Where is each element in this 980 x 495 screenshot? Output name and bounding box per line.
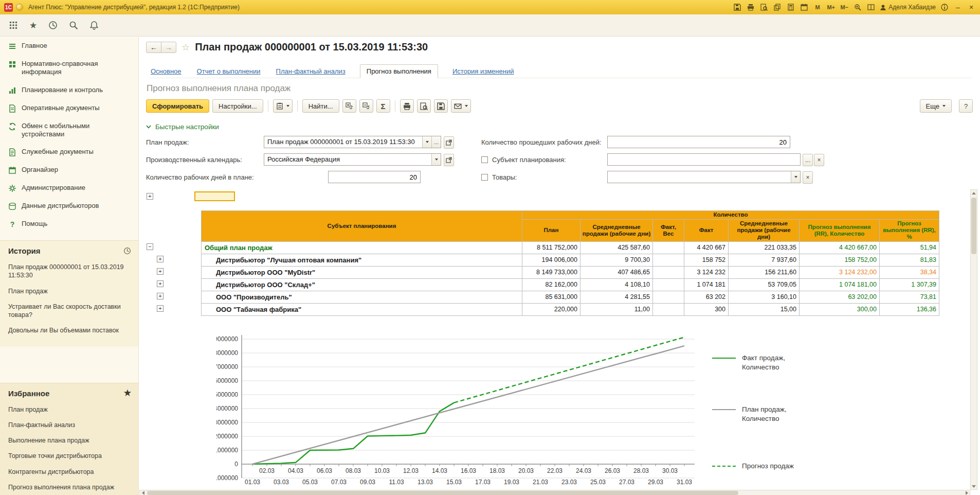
- column-header[interactable]: Факт, Вес: [653, 220, 684, 242]
- memory-mminus-button[interactable]: М−: [840, 3, 849, 12]
- row-value-cell[interactable]: 194 006,000: [522, 254, 580, 266]
- history-clock-icon[interactable]: [48, 21, 58, 30]
- subject-checkbox[interactable]: [481, 156, 488, 163]
- row-expand-button[interactable]: +: [157, 256, 164, 262]
- favorites-panel-icon[interactable]: ★: [124, 389, 131, 397]
- sidebar-item-planning[interactable]: Планирование и контроль: [0, 81, 138, 99]
- help-button[interactable]: ?: [959, 99, 973, 113]
- favorites-item[interactable]: Торговые точки дистрибьютора: [0, 448, 138, 464]
- history-item[interactable]: Устраивает ли Вас скорость доставки това…: [0, 299, 138, 323]
- row-value-cell[interactable]: [653, 303, 684, 315]
- horizontal-scroll-thumb[interactable]: [147, 491, 738, 495]
- row-value-cell[interactable]: 11,00: [580, 303, 653, 315]
- row-value-cell[interactable]: 8 149 733,000: [522, 266, 580, 278]
- close-button[interactable]: ×: [967, 3, 976, 11]
- tab-история-изменений[interactable]: История изменений: [451, 65, 515, 78]
- user-menu[interactable]: Аделя Хабаидзе: [880, 4, 936, 11]
- row-value-cell[interactable]: [653, 254, 684, 266]
- history-item[interactable]: Довольны ли Вы объемами поставок: [0, 323, 138, 338]
- goods-clear-button[interactable]: ×: [803, 171, 813, 184]
- print-icon[interactable]: [746, 3, 755, 12]
- history-item[interactable]: План продаж: [0, 284, 138, 299]
- row-collapse-button[interactable]: −: [147, 243, 153, 250]
- row-expand-button[interactable]: +: [157, 293, 164, 299]
- sidebar-item-help[interactable]: ?Помощь: [0, 215, 138, 233]
- row-value-cell[interactable]: [653, 241, 684, 254]
- column-header[interactable]: План: [522, 220, 580, 242]
- tab-отчет-о-выполнении[interactable]: Отчет о выполнении: [196, 65, 262, 78]
- subject-clear-button[interactable]: ×: [814, 154, 824, 166]
- row-value-cell[interactable]: 3 124 232: [684, 266, 729, 278]
- search-icon[interactable]: [69, 21, 78, 30]
- row-subject-cell[interactable]: Дистрибьютор ООО "Склад+": [202, 278, 522, 291]
- sum-button[interactable]: Σ: [376, 99, 390, 113]
- row-value-cell[interactable]: 425 587,60: [580, 241, 653, 254]
- column-header[interactable]: Среднедневные продажи (рабочие дни): [729, 220, 800, 242]
- sidebar-item-admin[interactable]: Администрирование: [0, 179, 138, 197]
- vertical-scrollbar[interactable]: [970, 189, 977, 490]
- row-value-cell[interactable]: 4 420 667: [684, 241, 729, 254]
- group-expander[interactable]: +: [147, 193, 153, 200]
- print-button[interactable]: [400, 99, 414, 113]
- row-subject-cell[interactable]: ООО "Табачная фабрика": [202, 303, 522, 315]
- scroll-down-button[interactable]: [971, 483, 977, 489]
- horizontal-scrollbar[interactable]: [139, 490, 970, 495]
- row-value-cell[interactable]: 300: [684, 303, 729, 315]
- copy-icon[interactable]: [773, 3, 782, 12]
- column-header-subject[interactable]: Субъект планирования: [202, 211, 522, 242]
- subject-field[interactable]: [607, 153, 801, 166]
- row-expand-button[interactable]: +: [157, 268, 164, 275]
- plan-dropdown-button[interactable]: [422, 136, 431, 148]
- forward-button[interactable]: →: [161, 42, 176, 53]
- calendar-icon[interactable]: [800, 3, 809, 12]
- row-value-cell[interactable]: 4 281,55: [580, 291, 653, 303]
- row-value-cell[interactable]: 136,36: [880, 303, 939, 315]
- expand-groups-button[interactable]: [342, 99, 356, 113]
- row-value-cell[interactable]: 53 709,05: [729, 278, 800, 291]
- generate-button[interactable]: Сформировать: [146, 99, 209, 113]
- preview-button[interactable]: [417, 99, 431, 113]
- favorites-item[interactable]: План-фактный анализ: [0, 417, 138, 433]
- subject-choose-button[interactable]: ...: [803, 154, 813, 166]
- vertical-scroll-thumb[interactable]: [971, 198, 976, 254]
- row-expand-button[interactable]: +: [157, 280, 164, 287]
- notifications-bell-icon[interactable]: [89, 21, 99, 30]
- row-value-cell[interactable]: 7 937,60: [729, 254, 800, 266]
- apps-grid-icon[interactable]: [9, 21, 18, 30]
- more-button[interactable]: Еще: [920, 99, 952, 113]
- column-header[interactable]: Прогноз выполнения (RR), Количество: [800, 220, 880, 242]
- plan-field[interactable]: План продаж 000000001 от 15.03.2019 11:5…: [264, 136, 441, 148]
- calendar-dropdown-button[interactable]: [431, 154, 441, 165]
- memory-m-button[interactable]: М: [813, 3, 822, 12]
- days-passed-input[interactable]: [608, 136, 790, 148]
- report-variant-button[interactable]: [273, 99, 293, 113]
- goods-dropdown-button[interactable]: [791, 171, 800, 183]
- table-row[interactable]: ООО "Табачная фабрика"220,00011,0030015,…: [202, 303, 939, 315]
- row-value-cell[interactable]: 63 202: [684, 291, 729, 303]
- row-expand-button[interactable]: +: [157, 305, 164, 312]
- find-button[interactable]: Найти...: [302, 99, 339, 113]
- favorites-item[interactable]: Прогноз выполнения плана продаж: [0, 480, 138, 495]
- selected-cell[interactable]: [194, 191, 235, 201]
- sidebar-item-home[interactable]: Главное: [0, 37, 138, 55]
- row-value-cell[interactable]: 3 124 232,00: [800, 266, 880, 278]
- table-row[interactable]: Дистрибьютор "Лучшая оптовая компания"19…: [202, 254, 939, 266]
- row-value-cell[interactable]: 158 752: [684, 254, 729, 266]
- column-header[interactable]: Факт: [684, 220, 729, 242]
- goods-checkbox[interactable]: [481, 174, 488, 181]
- row-value-cell[interactable]: 1 074 181: [684, 278, 729, 291]
- row-value-cell[interactable]: [653, 266, 684, 278]
- info-icon[interactable]: [940, 3, 949, 12]
- quick-settings-toggle[interactable]: Быстрые настройки: [146, 123, 219, 131]
- print-preview-icon[interactable]: [759, 3, 769, 12]
- save-report-button[interactable]: [434, 99, 448, 113]
- row-value-cell[interactable]: 15,00: [729, 303, 800, 315]
- tab-план-фактный-анализ[interactable]: План-фактный анализ: [275, 65, 347, 78]
- days-passed-field[interactable]: [607, 136, 790, 148]
- row-value-cell[interactable]: 63 202,00: [800, 291, 880, 303]
- calendar-open-button[interactable]: [444, 154, 454, 166]
- zoom-icon[interactable]: [853, 3, 862, 12]
- settings-button[interactable]: Настройки...: [212, 99, 263, 113]
- collapse-groups-button[interactable]: [359, 99, 373, 113]
- favorites-item[interactable]: План продаж: [0, 402, 138, 417]
